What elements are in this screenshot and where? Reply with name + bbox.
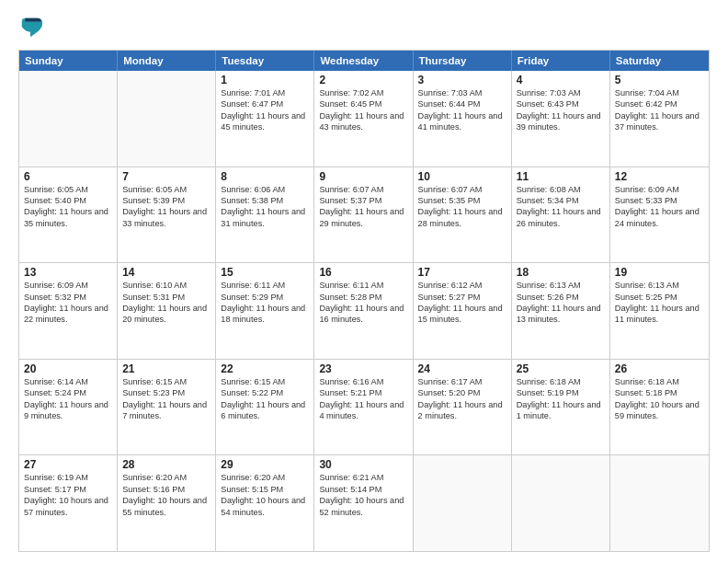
daylight-text: Daylight: 11 hours and 6 minutes.	[221, 399, 309, 422]
sunset-text: Sunset: 5:38 PM	[221, 195, 309, 206]
day-number: 7	[122, 170, 210, 183]
sunset-text: Sunset: 5:14 PM	[319, 484, 407, 495]
sunset-text: Sunset: 5:35 PM	[418, 195, 506, 206]
calendar-cell: 7Sunrise: 6:05 AMSunset: 5:39 PMDaylight…	[118, 167, 216, 263]
calendar-cell: 14Sunrise: 6:10 AMSunset: 5:31 PMDayligh…	[118, 263, 216, 359]
calendar-cell: 2Sunrise: 7:02 AMSunset: 6:45 PMDaylight…	[314, 71, 413, 167]
sunset-text: Sunset: 5:33 PM	[615, 195, 704, 206]
sunrise-text: Sunrise: 6:13 AM	[615, 280, 704, 291]
calendar-cell: 11Sunrise: 6:08 AMSunset: 5:34 PMDayligh…	[512, 167, 610, 263]
day-number: 3	[418, 74, 506, 86]
sunrise-text: Sunrise: 6:21 AM	[319, 472, 407, 483]
day-number: 18	[517, 266, 605, 279]
daylight-text: Daylight: 11 hours and 11 minutes.	[615, 303, 704, 326]
daylight-text: Daylight: 11 hours and 37 minutes.	[615, 110, 704, 133]
calendar-cell: 1Sunrise: 7:01 AMSunset: 6:47 PMDaylight…	[216, 71, 314, 167]
daylight-text: Daylight: 11 hours and 39 minutes.	[517, 110, 605, 133]
day-number: 1	[221, 74, 309, 86]
logo-icon	[18, 15, 44, 40]
day-of-week-header: Saturday	[610, 51, 709, 71]
sunrise-text: Sunrise: 6:06 AM	[221, 184, 309, 195]
calendar-cell: 30Sunrise: 6:21 AMSunset: 5:14 PMDayligh…	[314, 455, 413, 551]
calendar-cell: 12Sunrise: 6:09 AMSunset: 5:33 PMDayligh…	[610, 167, 709, 263]
sunset-text: Sunset: 5:40 PM	[24, 195, 112, 206]
calendar-cell: 24Sunrise: 6:17 AMSunset: 5:20 PMDayligh…	[414, 360, 512, 455]
calendar-cell: 23Sunrise: 6:16 AMSunset: 5:21 PMDayligh…	[314, 360, 413, 455]
sunrise-text: Sunrise: 6:10 AM	[122, 280, 210, 291]
calendar-cell: 20Sunrise: 6:14 AMSunset: 5:24 PMDayligh…	[19, 360, 118, 455]
calendar-week-row: 13Sunrise: 6:09 AMSunset: 5:32 PMDayligh…	[19, 262, 709, 359]
sunset-text: Sunset: 5:25 PM	[615, 292, 704, 303]
sunrise-text: Sunrise: 6:12 AM	[418, 280, 506, 291]
calendar-cell: 17Sunrise: 6:12 AMSunset: 5:27 PMDayligh…	[414, 263, 512, 359]
day-number: 30	[319, 458, 407, 471]
day-number: 22	[221, 362, 309, 375]
sunrise-text: Sunrise: 6:07 AM	[319, 184, 407, 195]
calendar-cell	[414, 455, 512, 551]
calendar-cell: 3Sunrise: 7:03 AMSunset: 6:44 PMDaylight…	[414, 71, 512, 167]
daylight-text: Daylight: 10 hours and 57 minutes.	[24, 495, 112, 518]
header	[18, 15, 710, 40]
calendar-body: 1Sunrise: 7:01 AMSunset: 6:47 PMDaylight…	[19, 71, 709, 551]
day-number: 19	[615, 266, 704, 279]
daylight-text: Daylight: 10 hours and 54 minutes.	[221, 495, 309, 518]
calendar-cell	[610, 455, 709, 551]
calendar-cell: 8Sunrise: 6:06 AMSunset: 5:38 PMDaylight…	[216, 167, 314, 263]
day-of-week-header: Wednesday	[314, 51, 413, 71]
calendar-cell: 25Sunrise: 6:18 AMSunset: 5:19 PMDayligh…	[512, 360, 610, 455]
day-number: 4	[517, 74, 605, 86]
daylight-text: Daylight: 11 hours and 13 minutes.	[517, 303, 605, 326]
daylight-text: Daylight: 11 hours and 35 minutes.	[24, 206, 112, 229]
sunrise-text: Sunrise: 7:03 AM	[418, 87, 506, 98]
sunset-text: Sunset: 5:17 PM	[24, 484, 112, 495]
sunrise-text: Sunrise: 6:05 AM	[24, 184, 112, 195]
sunset-text: Sunset: 6:42 PM	[615, 98, 704, 109]
calendar-cell: 5Sunrise: 7:04 AMSunset: 6:42 PMDaylight…	[610, 71, 709, 167]
sunset-text: Sunset: 5:32 PM	[24, 292, 112, 303]
sunset-text: Sunset: 5:37 PM	[319, 195, 407, 206]
day-of-week-header: Sunday	[19, 51, 118, 71]
calendar-cell	[512, 455, 610, 551]
calendar-week-row: 20Sunrise: 6:14 AMSunset: 5:24 PMDayligh…	[19, 359, 709, 455]
calendar-cell: 10Sunrise: 6:07 AMSunset: 5:35 PMDayligh…	[414, 167, 512, 263]
sunrise-text: Sunrise: 7:04 AM	[615, 87, 704, 98]
day-number: 16	[319, 266, 407, 279]
day-number: 23	[319, 362, 407, 375]
daylight-text: Daylight: 11 hours and 41 minutes.	[418, 110, 506, 133]
calendar-cell: 26Sunrise: 6:18 AMSunset: 5:18 PMDayligh…	[610, 360, 709, 455]
sunrise-text: Sunrise: 6:07 AM	[418, 184, 506, 195]
calendar-week-row: 27Sunrise: 6:19 AMSunset: 5:17 PMDayligh…	[19, 454, 709, 551]
sunset-text: Sunset: 5:29 PM	[221, 292, 309, 303]
day-of-week-header: Thursday	[414, 51, 512, 71]
sunrise-text: Sunrise: 6:20 AM	[221, 472, 309, 483]
daylight-text: Daylight: 11 hours and 16 minutes.	[319, 303, 407, 326]
daylight-text: Daylight: 11 hours and 29 minutes.	[319, 206, 407, 229]
day-number: 25	[517, 362, 605, 375]
calendar-cell	[118, 71, 216, 167]
day-number: 9	[319, 170, 407, 183]
day-number: 24	[418, 362, 506, 375]
calendar-cell: 9Sunrise: 6:07 AMSunset: 5:37 PMDaylight…	[314, 167, 413, 263]
calendar-cell: 15Sunrise: 6:11 AMSunset: 5:29 PMDayligh…	[216, 263, 314, 359]
day-number: 21	[122, 362, 210, 375]
sunrise-text: Sunrise: 6:20 AM	[122, 472, 210, 483]
sunset-text: Sunset: 5:28 PM	[319, 292, 407, 303]
calendar-week-row: 1Sunrise: 7:01 AMSunset: 6:47 PMDaylight…	[19, 71, 709, 167]
daylight-text: Daylight: 11 hours and 18 minutes.	[221, 303, 309, 326]
daylight-text: Daylight: 11 hours and 2 minutes.	[418, 399, 506, 422]
daylight-text: Daylight: 11 hours and 20 minutes.	[122, 303, 210, 326]
day-of-week-header: Tuesday	[216, 51, 314, 71]
daylight-text: Daylight: 11 hours and 43 minutes.	[319, 110, 407, 133]
day-number: 11	[517, 170, 605, 183]
sunset-text: Sunset: 6:44 PM	[418, 98, 506, 109]
day-number: 28	[122, 458, 210, 471]
day-number: 5	[615, 74, 704, 86]
daylight-text: Daylight: 11 hours and 45 minutes.	[221, 110, 309, 133]
daylight-text: Daylight: 11 hours and 24 minutes.	[615, 206, 704, 229]
sunset-text: Sunset: 5:15 PM	[221, 484, 309, 495]
sunset-text: Sunset: 5:26 PM	[517, 292, 605, 303]
sunrise-text: Sunrise: 6:11 AM	[319, 280, 407, 291]
calendar-cell: 29Sunrise: 6:20 AMSunset: 5:15 PMDayligh…	[216, 455, 314, 551]
day-number: 27	[24, 458, 112, 471]
sunrise-text: Sunrise: 6:19 AM	[24, 472, 112, 483]
